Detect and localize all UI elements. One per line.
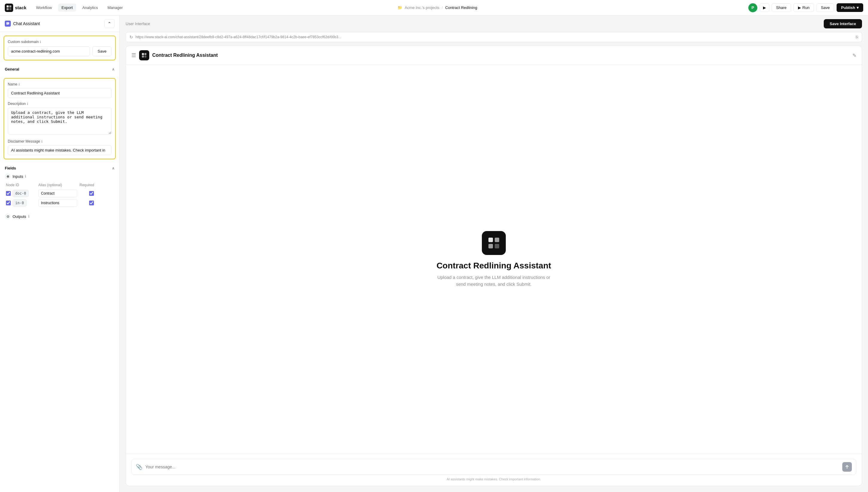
subdomain-section: Custom subdomain ℹ Save <box>4 35 116 60</box>
tab-export[interactable]: Export <box>58 4 76 11</box>
ui-label: User Interface <box>126 22 150 26</box>
name-info-icon: ℹ <box>19 82 20 87</box>
breadcrumb: 📁 Acme Inc.'s projects / Contract Redlin… <box>129 5 746 10</box>
svg-rect-0 <box>6 5 9 7</box>
breadcrumb-separator: / <box>442 5 443 10</box>
chat-body: Contract Redlining Assistant Upload a co… <box>126 65 862 454</box>
table-row: in-0 <box>5 199 115 207</box>
svg-rect-6 <box>144 53 146 55</box>
right-panel: User Interface Save Interface ↻ https://… <box>120 16 868 492</box>
menu-icon[interactable]: ☰ <box>131 52 136 58</box>
general-section-header[interactable]: General ∧ <box>0 64 119 74</box>
edit-icon[interactable]: ✎ <box>852 53 857 58</box>
general-section: Name ℹ Description ℹ Upload a contract, … <box>4 78 116 159</box>
logo-text: stack <box>15 5 26 10</box>
info-icon: ℹ <box>40 40 41 44</box>
svg-rect-11 <box>488 244 493 248</box>
description-textarea[interactable]: Upload a contract, give the LLM addition… <box>8 107 112 134</box>
chat-brand-title: Contract Redlining Assistant <box>437 261 551 271</box>
left-panel: Chat Assistant ⌃ Custom subdomain ℹ Save… <box>0 16 120 492</box>
tab-workflow[interactable]: Workflow <box>32 4 55 11</box>
subdomain-save-button[interactable]: Save <box>92 46 112 56</box>
logo-icon <box>5 4 13 12</box>
table-header: Node ID Alias (optional) Required <box>5 183 115 187</box>
chat-header-left: Chat Assistant <box>5 21 40 27</box>
chat-type-selector[interactable]: ⌃ <box>104 19 115 28</box>
outputs-row: ⊙ Outputs ℹ <box>0 214 119 219</box>
share-button[interactable]: Share <box>772 3 791 12</box>
svg-rect-2 <box>6 8 9 10</box>
message-input[interactable] <box>145 465 839 469</box>
table-row: doc-0 <box>5 190 115 197</box>
attach-icon[interactable]: 📎 <box>136 464 142 470</box>
svg-rect-1 <box>9 5 11 7</box>
name-input[interactable] <box>8 88 112 98</box>
svg-rect-8 <box>144 56 146 58</box>
url-bar: ↻ https://www.stack-ai.com/chat-assistan… <box>126 32 862 42</box>
deploy-button[interactable]: ▶ <box>760 3 769 12</box>
svg-rect-5 <box>142 53 144 55</box>
chevron-down-icon: ▾ <box>857 5 859 10</box>
inputs-row: ⊕ Inputs ℹ <box>5 173 115 179</box>
row1-checkbox[interactable] <box>6 191 11 196</box>
disclaimer-info-icon: ℹ <box>41 140 43 144</box>
run-icon: ▶ <box>798 5 801 10</box>
chat-preview-header: ☰ Contract Redlining Assistant ✎ <box>126 46 862 65</box>
fields-section-header[interactable]: Fields ∧ <box>0 163 119 173</box>
chat-input-area: 📎 AI assistants might make mistakes. Che… <box>126 454 862 486</box>
disclaimer-input[interactable] <box>8 145 112 155</box>
preview-brand-icon <box>139 50 149 60</box>
subdomain-label: Custom subdomain ℹ <box>8 40 112 44</box>
col-alias: Alias (optional) <box>38 183 77 187</box>
general-title: General <box>5 67 19 71</box>
tab-analytics[interactable]: Analytics <box>79 4 101 11</box>
row1-alias-input[interactable] <box>38 190 77 197</box>
inputs-label: Inputs <box>13 174 23 179</box>
row1-node-id: doc-0 <box>13 190 29 197</box>
col-node-id: Node ID <box>6 183 36 187</box>
row2-checkbox[interactable] <box>6 201 11 205</box>
send-button[interactable] <box>842 462 852 472</box>
chat-preview: ☰ Contract Redlining Assistant ✎ <box>126 46 862 486</box>
svg-rect-12 <box>495 244 499 248</box>
inputs-info-icon: ℹ <box>25 174 26 178</box>
general-chevron-icon: ∧ <box>112 67 115 71</box>
ui-header: User Interface Save Interface <box>120 16 868 32</box>
row2-alias-input[interactable] <box>38 199 77 207</box>
svg-rect-7 <box>142 56 144 58</box>
tab-manager[interactable]: Manager <box>104 4 126 11</box>
outputs-label: Outputs <box>13 214 26 219</box>
refresh-icon[interactable]: ↻ <box>130 35 133 40</box>
subdomain-input[interactable] <box>8 46 90 56</box>
disclaimer-text: AI assistants might make mistakes. Check… <box>131 477 857 481</box>
row1-required-checkbox[interactable] <box>89 191 94 196</box>
svg-rect-3 <box>9 8 11 10</box>
subdomain-row: Save <box>8 46 112 56</box>
url-text: https://www.stack-ai.com/chat-assistant/… <box>136 35 853 39</box>
description-info-icon: ℹ <box>27 102 28 106</box>
fields-content: ⊕ Inputs ℹ Node ID Alias (optional) Requ… <box>0 173 119 214</box>
disclaimer-label: Disclaimer Message ℹ <box>8 139 112 144</box>
chat-preview-title: Contract Redlining Assistant <box>152 53 218 58</box>
folder-icon: 📁 <box>398 5 402 10</box>
page-name: Contract Redlining <box>445 5 477 10</box>
description-label: Description ℹ <box>8 102 112 106</box>
fields-title: Fields <box>5 166 16 170</box>
svg-rect-10 <box>495 238 499 242</box>
row2-required-checkbox[interactable] <box>89 201 94 205</box>
top-navigation: stack Workflow Export Analytics Manager … <box>0 0 868 16</box>
avatar: P <box>748 3 757 12</box>
main-layout: Chat Assistant ⌃ Custom subdomain ℹ Save… <box>0 16 868 492</box>
copy-icon[interactable]: ⎘ <box>856 35 858 40</box>
run-button[interactable]: ▶ Run <box>794 3 814 12</box>
project-name: Acme Inc.'s projects <box>405 5 439 10</box>
nav-right-actions: P ▶ Share ▶ Run Save Publish ▾ <box>748 3 863 12</box>
logo: stack <box>5 4 26 12</box>
save-interface-button[interactable]: Save Interface <box>824 19 862 28</box>
chat-preview-left: ☰ Contract Redlining Assistant <box>131 50 218 60</box>
publish-button[interactable]: Publish ▾ <box>837 3 863 12</box>
save-button[interactable]: Save <box>816 3 834 12</box>
inputs-icon: ⊕ <box>5 173 11 179</box>
chat-input-row: 📎 <box>131 459 857 475</box>
outputs-icon: ⊙ <box>5 214 11 219</box>
